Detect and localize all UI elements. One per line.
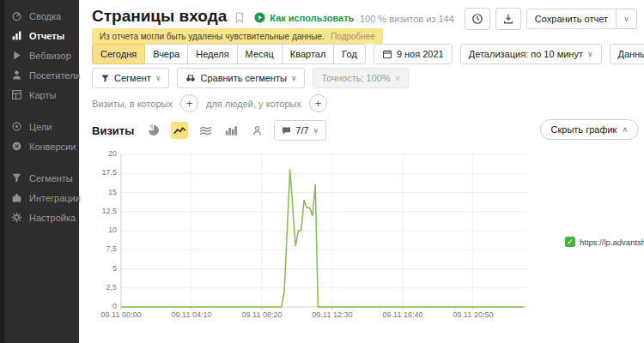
sidebar-item-reports[interactable]: Отчеты [0, 26, 79, 45]
sidebar-item-visitors[interactable]: Посетители [0, 65, 79, 85]
columns-chart-icon[interactable] [222, 122, 240, 139]
how-to-use-link[interactable]: Как использовать [254, 12, 354, 23]
calendar-icon [382, 49, 392, 59]
detalization-label: Детализация: по 10 минут [469, 49, 583, 59]
visits-sample-info: 100 % визитов из 144 [360, 14, 454, 24]
period-today-button[interactable]: Сегодня [92, 44, 145, 64]
y-tick-label: 17,5 [82, 168, 117, 178]
hide-chart-label: Скрыть график [551, 124, 617, 135]
add-people-filter-button[interactable]: + [309, 94, 327, 112]
sidebar-item-label: Настройка [29, 213, 76, 223]
sidebar-item-label: Карты [29, 90, 56, 100]
chevron-down-icon: ∨ [155, 75, 161, 82]
pie-chart-icon[interactable] [145, 122, 162, 139]
person-map-icon[interactable] [248, 122, 265, 139]
y-tick-label: 2,5 [82, 283, 117, 292]
sidebar-group-goals: Цели Конверсии [0, 117, 79, 156]
sidebar-item-maps[interactable]: Карты [0, 85, 79, 105]
how-to-use-label: Как использовать [270, 13, 354, 23]
sidebar: Сводка Отчеты Вебвизор Посетители Карты [0, 0, 79, 343]
chevron-down-icon: ∨ [587, 51, 593, 58]
sidebar-item-summary[interactable]: Сводка [0, 6, 79, 26]
x-tick-label: 09.11 20:50 [438, 310, 508, 319]
sidebar-item-label: Отчеты [29, 31, 64, 41]
funnel-icon [100, 74, 110, 83]
x-tick-label: 09.11 16:40 [368, 310, 438, 319]
legend-checkbox-icon[interactable]: ✓ [565, 237, 575, 247]
y-tick-label: 7,5 [82, 244, 117, 254]
binoculars-icon [185, 73, 196, 83]
period-month-button[interactable]: Месяц [237, 44, 283, 64]
y-tick-label: 20 [82, 149, 117, 159]
metric-toolbar: Визиты 7/7 ∨ [92, 120, 326, 141]
period-button-group: Сегодня Вчера Неделя Месяц Квартал Год [92, 44, 366, 64]
period-yesterday-button[interactable]: Вчера [144, 44, 188, 64]
header-actions: 100 % визитов из 144 Сохранить отчет ∨ [360, 8, 637, 30]
filter-row: Визиты, в которых + для людей, у которых… [92, 94, 327, 112]
y-tick-label: 15 [82, 188, 117, 197]
period-week-button[interactable]: Неделя [187, 44, 237, 64]
grid-icon [11, 89, 22, 100]
gauge-icon [11, 10, 22, 21]
chevron-up-icon: ∧ [622, 126, 628, 134]
sidebar-item-label: Вебвизор [29, 51, 71, 61]
segment-toolbar: Сегмент ∨ Сравнить сегменты ∨ Точность: … [92, 68, 409, 88]
export-button[interactable] [495, 8, 521, 30]
sidebar-item-integrations[interactable]: Интеграции [0, 188, 79, 208]
detalization-dropdown[interactable]: Детализация: по 10 минут ∨ [460, 44, 602, 64]
puzzle-icon [11, 192, 22, 203]
period-toolbar: Сегодня Вчера Неделя Месяц Квартал Год 9… [92, 44, 644, 64]
history-button[interactable] [465, 8, 490, 30]
hide-chart-button[interactable]: Скрыть график ∧ [540, 119, 639, 140]
metric-selector-dropdown[interactable]: 7/7 ∨ [274, 120, 326, 141]
sidebar-group-main: Сводка Отчеты Вебвизор Посетители Карты [0, 0, 79, 105]
sidebar-item-label: Посетители [29, 70, 81, 81]
people-filter-label: для людей, у которых [206, 99, 301, 109]
gear-icon [11, 212, 22, 223]
legend-label: https://lp.advantshop.net/ [580, 238, 644, 247]
line-chart-icon[interactable] [171, 122, 188, 139]
segment-dropdown[interactable]: Сегмент ∨ [92, 68, 169, 88]
conversion-icon [11, 141, 22, 152]
save-report-split-button: Сохранить отчет ∨ [526, 9, 637, 29]
x-tick-label: 09.11 08:20 [227, 310, 297, 319]
sidebar-item-label: Конверсии [29, 141, 76, 152]
yandex-metrica-report-page: Сводка Отчеты Вебвизор Посетители Карты [0, 0, 644, 343]
sensitive-data-banner: Из отчета могли быть удалены чувствитель… [92, 28, 383, 44]
precision-label: Точность: 100% [321, 73, 390, 83]
sidebar-group-settings: Сегменты Интеграции Настройка [0, 168, 79, 227]
data-mode-dropdown[interactable]: Данные: с роботами ∨ [610, 44, 644, 64]
add-visit-filter-button[interactable]: + [180, 94, 198, 112]
stacked-areas-icon[interactable] [197, 122, 214, 139]
bar-chart-icon [11, 30, 22, 41]
chart-legend-item[interactable]: ✓ https://lp.advantshop.net/ [565, 237, 644, 247]
sidebar-item-label: Сегменты [29, 173, 73, 184]
sidebar-item-conversions[interactable]: Конверсии [0, 136, 79, 156]
date-picker-label: 9 ноя 2021 [397, 49, 444, 59]
save-report-button[interactable]: Сохранить отчет [526, 9, 617, 29]
chevron-down-icon: ∨ [291, 75, 297, 82]
header: Страницы входа Как использовать [92, 7, 354, 26]
precision-dropdown[interactable]: Точность: 100% ∨ [313, 68, 409, 88]
y-tick-label: 10 [82, 226, 117, 235]
sidebar-item-goals[interactable]: Цели [0, 117, 79, 136]
visits-line-chart[interactable] [121, 154, 526, 307]
bookmark-icon[interactable] [234, 11, 246, 24]
compare-segments-label: Сравнить сегменты [200, 73, 286, 83]
how-to-use-icon [254, 12, 265, 23]
banner-more-link[interactable]: Подробнее [331, 32, 375, 41]
comment-bubble-icon [282, 126, 291, 135]
date-picker-button[interactable]: 9 ноя 2021 [374, 44, 453, 64]
sidebar-item-settings[interactable]: Настройка [0, 208, 79, 227]
visits-filter-label: Визиты, в которых [92, 99, 173, 109]
chevron-down-icon: ∨ [395, 75, 401, 82]
period-quarter-button[interactable]: Квартал [282, 44, 335, 64]
x-tick-label: 09.11 04:10 [156, 310, 227, 319]
compare-segments-dropdown[interactable]: Сравнить сегменты ∨ [177, 68, 305, 88]
period-year-button[interactable]: Год [333, 44, 366, 64]
chevron-down-icon: ∨ [623, 15, 629, 23]
save-report-dropdown-button[interactable]: ∨ [617, 9, 637, 29]
sidebar-item-webvisor[interactable]: Вебвизор [0, 45, 79, 65]
data-mode-label: Данные: с роботами [618, 49, 644, 59]
sidebar-item-segments[interactable]: Сегменты [0, 168, 79, 188]
